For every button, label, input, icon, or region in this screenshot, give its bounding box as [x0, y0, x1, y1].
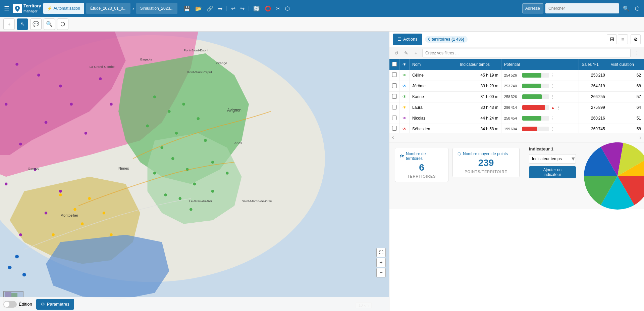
filter-save-btn[interactable]: +: [412, 49, 420, 57]
svg-point-21: [45, 212, 48, 215]
filter-reset-btn[interactable]: ↺: [392, 49, 401, 57]
col-sales[interactable]: Sales Y-1: [579, 59, 608, 70]
map-area[interactable]: Avignon Nîmes Montpellier Pont-Saint-Esp…: [0, 32, 389, 311]
row-checkbox-3[interactable]: [389, 102, 400, 113]
simulation-label: Simulation_2023...: [140, 6, 173, 11]
row-menu-2[interactable]: ⋮: [550, 94, 555, 99]
edition-toggle: Édition: [3, 301, 32, 308]
automation-tab[interactable]: ⚡ Automatisation: [43, 3, 84, 14]
row-sales-5: 269 745: [579, 124, 608, 133]
share-icon-btn[interactable]: ➡: [216, 4, 224, 13]
refresh-btn[interactable]: 🔄: [252, 4, 262, 13]
edition-label: Édition: [19, 302, 32, 307]
territories-icon: 🗺: [400, 154, 404, 159]
table-prev-btn[interactable]: ‹: [392, 134, 394, 140]
table-row: 👁 Céline 45 h 19 m 254 526 ⋮ 258 210 62: [389, 70, 644, 81]
row-checkbox-1[interactable]: [389, 81, 400, 91]
row-menu-5[interactable]: ⋮: [550, 126, 555, 132]
col-potential[interactable]: Potential: [501, 59, 579, 70]
address-select[interactable]: Adresse: [522, 3, 543, 13]
zoom-out-btn[interactable]: −: [376, 268, 386, 277]
filter-bar: ↺ ✎ + ⋮: [389, 47, 644, 59]
settings-button[interactable]: ⚙: [631, 34, 641, 44]
row-eye-0[interactable]: 👁: [400, 70, 410, 81]
actions-label: Actions: [403, 37, 418, 42]
row-name-4: Nicolas: [410, 113, 457, 124]
menu-button[interactable]: ☰: [3, 3, 11, 13]
row-eye-3[interactable]: 👁: [400, 102, 410, 113]
toolbar-icons: 💾 📂 🔗 ➡ | ↩ ↪ | 🔄 ⭕ ✂ ⬡: [182, 4, 291, 13]
row-menu-3[interactable]: ⋮: [556, 105, 561, 110]
data-table-scroll[interactable]: 👁 Nom Indicateur temps Potential Sales Y…: [389, 59, 644, 133]
table-header-row: 👁 Nom Indicateur temps Potential Sales Y…: [389, 59, 644, 70]
svg-point-27: [146, 125, 149, 128]
row-eye-5[interactable]: 👁: [400, 124, 410, 133]
layers-tool-btn[interactable]: ⬡: [57, 18, 68, 30]
row-checkbox-0[interactable]: [389, 70, 400, 81]
main-content: Avignon Nîmes Montpellier Pont-Saint-Esp…: [0, 32, 644, 311]
grid-view-btn[interactable]: ⊞: [607, 34, 617, 44]
row-time-3: 30 h 43 m: [457, 102, 501, 113]
comment-tool-btn[interactable]: 💬: [30, 18, 42, 30]
bottom-stats-row: 🗺 Nombre de territoires 6 TERRITOIRES ⬡ …: [389, 142, 644, 209]
svg-point-25: [175, 132, 178, 135]
redo-btn[interactable]: ↪: [238, 4, 246, 13]
map-svg: Avignon Nîmes Montpellier Pont-Saint-Esp…: [0, 32, 389, 311]
search-btn[interactable]: 🔍: [621, 4, 631, 13]
row-menu-1[interactable]: ⋮: [550, 83, 555, 89]
row-eye-4[interactable]: 👁: [400, 113, 410, 124]
app-logo: Territorymanager: [13, 3, 41, 13]
simulation-tab[interactable]: Simulation_2023...: [136, 3, 177, 14]
col-name[interactable]: Nom: [410, 59, 457, 70]
svg-text:Ganges: Ganges: [28, 167, 39, 170]
filter-options-btn[interactable]: ⋮: [633, 49, 641, 57]
filter-edit-btn[interactable]: ✎: [402, 49, 411, 57]
fullscreen-btn[interactable]: ⛶: [376, 248, 386, 257]
folder-icon-btn[interactable]: 📂: [194, 4, 204, 13]
filter-input[interactable]: [422, 49, 631, 57]
svg-text:Nîmes: Nîmes: [118, 166, 129, 170]
row-potential-3: 296 414 ▲ ⋮: [501, 102, 579, 113]
col-time[interactable]: Indicateur temps: [457, 59, 501, 70]
study-tab[interactable]: Étude_2023_01_0...: [86, 3, 130, 14]
col-visit[interactable]: Visit duration: [608, 59, 644, 70]
list-view-btn[interactable]: ≡: [618, 34, 628, 44]
actions-button[interactable]: ☰ Actions: [393, 34, 422, 45]
table-next-btn[interactable]: ›: [640, 134, 641, 140]
stat-cards-container: 🗺 Nombre de territoires 6 TERRITOIRES ⬡ …: [389, 142, 525, 209]
save-icon-btn[interactable]: 💾: [182, 4, 192, 13]
svg-point-24: [168, 110, 171, 113]
svg-point-50: [15, 255, 19, 259]
svg-point-37: [178, 197, 181, 200]
add-indicator-button[interactable]: Ajouter un indicateur: [529, 166, 576, 178]
row-checkbox-4[interactable]: [389, 113, 400, 124]
points-icon: ⬡: [458, 151, 461, 156]
row-time-4: 44 h 24 m: [457, 113, 501, 124]
undo-btn[interactable]: ↩: [229, 4, 237, 13]
row-eye-1[interactable]: 👁: [400, 81, 410, 91]
circle-btn[interactable]: ⭕: [263, 4, 273, 13]
row-eye-2[interactable]: 👁: [400, 91, 410, 102]
svg-text:La Grand-Combe: La Grand-Combe: [90, 65, 115, 69]
zoom-tool-btn[interactable]: 🔍: [44, 18, 55, 30]
edition-switch[interactable]: [3, 301, 17, 308]
zoom-in-btn[interactable]: +: [376, 258, 386, 267]
row-checkbox-2[interactable]: [389, 91, 400, 102]
hex-btn[interactable]: ⬡: [283, 4, 291, 13]
cut-btn[interactable]: ✂: [274, 4, 282, 13]
indicator-dropdown[interactable]: Indicateur temps: [529, 154, 576, 164]
territories-value: 6: [400, 162, 443, 173]
row-sales-2: 266 255: [579, 91, 608, 102]
col-checkbox[interactable]: [389, 59, 400, 70]
select-tool-btn[interactable]: ↖: [17, 18, 28, 30]
add-tool-btn[interactable]: +: [3, 18, 15, 30]
row-menu-0[interactable]: ⋮: [550, 73, 555, 78]
params-button[interactable]: ⚙ Paramètres: [36, 299, 74, 310]
link-icon-btn[interactable]: 🔗: [205, 4, 215, 13]
row-time-1: 33 h 29 m: [457, 81, 501, 91]
row-checkbox-5[interactable]: [389, 124, 400, 133]
row-menu-4[interactable]: ⋮: [550, 116, 555, 121]
search-input[interactable]: [545, 3, 619, 13]
layers-top-btn[interactable]: ⬡: [633, 4, 641, 13]
select-all-checkbox[interactable]: [392, 62, 397, 66]
